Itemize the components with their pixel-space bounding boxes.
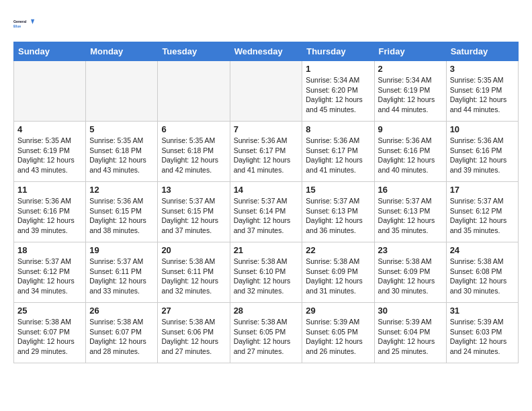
page-header: GeneralBlue xyxy=(13,13,519,35)
weekday-header: Sunday xyxy=(14,42,86,61)
day-detail: Sunrise: 5:38 AM Sunset: 6:08 PM Dayligh… xyxy=(450,257,515,296)
weekday-header: Monday xyxy=(86,42,158,61)
day-number: 25 xyxy=(17,306,82,316)
calendar-cell: 19Sunrise: 5:37 AM Sunset: 6:11 PM Dayli… xyxy=(86,242,158,303)
calendar-cell xyxy=(14,61,86,122)
calendar-cell: 31Sunrise: 5:39 AM Sunset: 6:03 PM Dayli… xyxy=(446,303,518,363)
day-number: 8 xyxy=(306,124,370,134)
day-detail: Sunrise: 5:35 AM Sunset: 6:19 PM Dayligh… xyxy=(450,75,515,115)
calendar-cell: 22Sunrise: 5:38 AM Sunset: 6:09 PM Dayli… xyxy=(302,242,374,303)
day-number: 24 xyxy=(450,245,515,255)
calendar-cell: 20Sunrise: 5:38 AM Sunset: 6:11 PM Dayli… xyxy=(158,242,230,303)
day-detail: Sunrise: 5:35 AM Sunset: 6:19 PM Dayligh… xyxy=(17,136,82,175)
day-number: 13 xyxy=(161,185,226,195)
calendar-cell: 10Sunrise: 5:36 AM Sunset: 6:16 PM Dayli… xyxy=(446,122,518,182)
day-number: 27 xyxy=(161,306,226,316)
logo: GeneralBlue xyxy=(13,13,35,35)
day-number: 4 xyxy=(17,124,82,134)
day-number: 29 xyxy=(306,306,370,316)
day-detail: Sunrise: 5:39 AM Sunset: 6:04 PM Dayligh… xyxy=(378,317,443,357)
calendar-cell: 25Sunrise: 5:38 AM Sunset: 6:07 PM Dayli… xyxy=(14,303,86,363)
day-number: 10 xyxy=(450,124,515,134)
day-number: 18 xyxy=(17,245,82,255)
calendar-cell: 17Sunrise: 5:37 AM Sunset: 6:12 PM Dayli… xyxy=(446,182,518,242)
day-detail: Sunrise: 5:37 AM Sunset: 6:14 PM Dayligh… xyxy=(234,196,299,236)
day-detail: Sunrise: 5:38 AM Sunset: 6:07 PM Dayligh… xyxy=(89,317,154,357)
day-detail: Sunrise: 5:37 AM Sunset: 6:12 PM Dayligh… xyxy=(17,257,82,296)
day-detail: Sunrise: 5:38 AM Sunset: 6:09 PM Dayligh… xyxy=(378,257,443,296)
day-number: 3 xyxy=(450,64,515,74)
calendar-cell: 1Sunrise: 5:34 AM Sunset: 6:20 PM Daylig… xyxy=(302,61,374,122)
day-detail: Sunrise: 5:38 AM Sunset: 6:05 PM Dayligh… xyxy=(234,317,299,357)
week-row: 4Sunrise: 5:35 AM Sunset: 6:19 PM Daylig… xyxy=(14,122,519,182)
day-number: 19 xyxy=(89,245,154,255)
day-number: 17 xyxy=(450,185,515,195)
day-number: 21 xyxy=(234,245,299,255)
day-number: 7 xyxy=(234,124,299,134)
day-detail: Sunrise: 5:36 AM Sunset: 6:17 PM Dayligh… xyxy=(306,136,370,175)
day-number: 16 xyxy=(378,185,443,195)
week-row: 18Sunrise: 5:37 AM Sunset: 6:12 PM Dayli… xyxy=(14,242,519,303)
day-detail: Sunrise: 5:36 AM Sunset: 6:16 PM Dayligh… xyxy=(450,136,515,175)
day-detail: Sunrise: 5:35 AM Sunset: 6:18 PM Dayligh… xyxy=(89,136,154,175)
day-detail: Sunrise: 5:37 AM Sunset: 6:13 PM Dayligh… xyxy=(306,196,370,236)
day-detail: Sunrise: 5:34 AM Sunset: 6:20 PM Dayligh… xyxy=(306,75,370,115)
day-detail: Sunrise: 5:38 AM Sunset: 6:11 PM Dayligh… xyxy=(161,257,226,296)
day-number: 14 xyxy=(234,185,299,195)
day-detail: Sunrise: 5:37 AM Sunset: 6:12 PM Dayligh… xyxy=(450,196,515,236)
calendar-cell xyxy=(158,61,230,122)
week-row: 25Sunrise: 5:38 AM Sunset: 6:07 PM Dayli… xyxy=(14,303,519,363)
day-detail: Sunrise: 5:35 AM Sunset: 6:18 PM Dayligh… xyxy=(161,136,226,175)
day-detail: Sunrise: 5:34 AM Sunset: 6:19 PM Dayligh… xyxy=(378,75,443,115)
calendar-cell xyxy=(86,61,158,122)
svg-text:Blue: Blue xyxy=(13,24,21,28)
calendar-cell: 18Sunrise: 5:37 AM Sunset: 6:12 PM Dayli… xyxy=(14,242,86,303)
day-number: 30 xyxy=(378,306,443,316)
day-detail: Sunrise: 5:39 AM Sunset: 6:05 PM Dayligh… xyxy=(306,317,370,357)
calendar-cell: 24Sunrise: 5:38 AM Sunset: 6:08 PM Dayli… xyxy=(446,242,518,303)
calendar-cell: 7Sunrise: 5:36 AM Sunset: 6:17 PM Daylig… xyxy=(230,122,302,182)
day-number: 31 xyxy=(450,306,515,316)
calendar-cell: 9Sunrise: 5:36 AM Sunset: 6:16 PM Daylig… xyxy=(374,122,446,182)
day-number: 22 xyxy=(306,245,370,255)
day-number: 20 xyxy=(161,245,226,255)
day-number: 2 xyxy=(378,64,443,74)
calendar-cell: 16Sunrise: 5:37 AM Sunset: 6:13 PM Dayli… xyxy=(374,182,446,242)
day-detail: Sunrise: 5:37 AM Sunset: 6:13 PM Dayligh… xyxy=(378,196,443,236)
calendar-cell: 23Sunrise: 5:38 AM Sunset: 6:09 PM Dayli… xyxy=(374,242,446,303)
calendar-cell xyxy=(230,61,302,122)
weekday-header-row: SundayMondayTuesdayWednesdayThursdayFrid… xyxy=(14,42,519,61)
day-number: 15 xyxy=(306,185,370,195)
calendar-cell: 30Sunrise: 5:39 AM Sunset: 6:04 PM Dayli… xyxy=(374,303,446,363)
calendar-cell: 11Sunrise: 5:36 AM Sunset: 6:16 PM Dayli… xyxy=(14,182,86,242)
day-detail: Sunrise: 5:36 AM Sunset: 6:15 PM Dayligh… xyxy=(89,196,154,236)
day-detail: Sunrise: 5:37 AM Sunset: 6:11 PM Dayligh… xyxy=(89,257,154,296)
day-number: 6 xyxy=(161,124,226,134)
calendar-table: SundayMondayTuesdayWednesdayThursdayFrid… xyxy=(13,42,519,363)
calendar-cell: 8Sunrise: 5:36 AM Sunset: 6:17 PM Daylig… xyxy=(302,122,374,182)
weekday-header: Wednesday xyxy=(230,42,302,61)
day-number: 9 xyxy=(378,124,443,134)
calendar-cell: 29Sunrise: 5:39 AM Sunset: 6:05 PM Dayli… xyxy=(302,303,374,363)
day-number: 26 xyxy=(89,306,154,316)
day-detail: Sunrise: 5:37 AM Sunset: 6:15 PM Dayligh… xyxy=(161,196,226,236)
day-detail: Sunrise: 5:36 AM Sunset: 6:16 PM Dayligh… xyxy=(17,196,82,236)
calendar-cell: 3Sunrise: 5:35 AM Sunset: 6:19 PM Daylig… xyxy=(446,61,518,122)
logo-icon: GeneralBlue xyxy=(13,13,35,35)
weekday-header: Thursday xyxy=(302,42,374,61)
weekday-header: Saturday xyxy=(446,42,518,61)
day-detail: Sunrise: 5:38 AM Sunset: 6:07 PM Dayligh… xyxy=(17,317,82,357)
day-number: 28 xyxy=(234,306,299,316)
calendar-cell: 26Sunrise: 5:38 AM Sunset: 6:07 PM Dayli… xyxy=(86,303,158,363)
day-number: 23 xyxy=(378,245,443,255)
calendar-cell: 14Sunrise: 5:37 AM Sunset: 6:14 PM Dayli… xyxy=(230,182,302,242)
calendar-cell: 27Sunrise: 5:38 AM Sunset: 6:06 PM Dayli… xyxy=(158,303,230,363)
day-number: 1 xyxy=(306,64,370,74)
weekday-header: Friday xyxy=(374,42,446,61)
calendar-cell: 28Sunrise: 5:38 AM Sunset: 6:05 PM Dayli… xyxy=(230,303,302,363)
day-number: 5 xyxy=(89,124,154,134)
calendar-cell: 21Sunrise: 5:38 AM Sunset: 6:10 PM Dayli… xyxy=(230,242,302,303)
calendar-cell: 15Sunrise: 5:37 AM Sunset: 6:13 PM Dayli… xyxy=(302,182,374,242)
calendar-cell: 4Sunrise: 5:35 AM Sunset: 6:19 PM Daylig… xyxy=(14,122,86,182)
day-detail: Sunrise: 5:39 AM Sunset: 6:03 PM Dayligh… xyxy=(450,317,515,357)
